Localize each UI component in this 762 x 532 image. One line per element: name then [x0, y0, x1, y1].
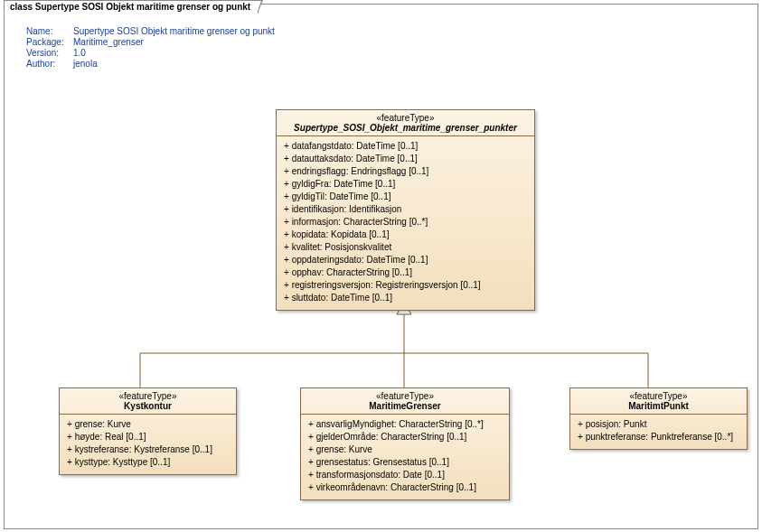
- attr: punktreferanse: Punktreferanse [0..*]: [578, 431, 739, 443]
- class-supertype: «featureType» Supertype_SOSI_Objekt_mari…: [276, 109, 535, 311]
- class-maritimegrenser-body: ansvarligMyndighet: CharacterString [0..…: [301, 415, 509, 499]
- attr: informasjon: CharacterString [0..*]: [284, 216, 527, 229]
- attr: gyldigTil: DateTime [0..1]: [284, 191, 527, 203]
- class-maritimtpunkt-stereotype: «featureType»: [576, 391, 741, 401]
- class-maritimegrenser-header: «featureType» MaritimeGrenser: [301, 388, 509, 415]
- attr: identifikasjon: Identifikasjon: [284, 203, 527, 216]
- class-maritimtpunkt: «featureType» MaritimtPunkt posisjon: Pu…: [569, 387, 748, 450]
- attr: kysttype: Kysttype [0..1]: [67, 456, 229, 469]
- attr: endringsflagg: Endringsflagg [0..1]: [284, 165, 527, 178]
- attr: høyde: Real [0..1]: [67, 431, 229, 443]
- diagram-title-tab: class Supertype SOSI Objekt maritime gre…: [4, 0, 259, 14]
- attr: opphav: CharacterString [0..1]: [284, 266, 527, 279]
- class-kystkontur-name: Kystkontur: [124, 401, 172, 411]
- class-maritimegrenser-stereotype: «featureType»: [306, 391, 503, 401]
- class-supertype-header: «featureType» Supertype_SOSI_Objekt_mari…: [277, 110, 534, 136]
- attr: registreringsversjon: Registreringsversj…: [284, 279, 527, 292]
- class-maritimegrenser: «featureType» MaritimeGrenser ansvarligM…: [300, 387, 510, 500]
- attr: kvalitet: Posisjonskvalitet: [284, 241, 527, 254]
- class-kystkontur-body: grense: Kurve høyde: Real [0..1] kystref…: [60, 415, 236, 474]
- class-supertype-name: Supertype_SOSI_Objekt_maritime_grenser_p…: [294, 123, 517, 133]
- attr: posisjon: Punkt: [578, 418, 739, 431]
- class-supertype-stereotype: «featureType»: [282, 113, 529, 123]
- class-kystkontur-header: «featureType» Kystkontur: [60, 388, 236, 415]
- attr: gyldigFra: DateTime [0..1]: [284, 178, 527, 191]
- attr: grensestatus: Grensestatus [0..1]: [308, 456, 502, 469]
- attr: datauttaksdato: DateTime [0..1]: [284, 153, 527, 165]
- attr: grense: Kurve: [67, 418, 229, 431]
- class-kystkontur: «featureType» Kystkontur grense: Kurve h…: [59, 387, 237, 475]
- class-maritimtpunkt-body: posisjon: Punkt punktreferanse: Punktref…: [570, 415, 747, 449]
- attr: kystreferanse: Kystreferanse [0..1]: [67, 443, 229, 456]
- attr: gjelderOmråde: CharacterString [0..1]: [308, 431, 502, 443]
- attr: virkeområdenavn: CharacterString [0..1]: [308, 481, 502, 494]
- attr: datafangstdato: DateTime [0..1]: [284, 140, 527, 153]
- attr: ansvarligMyndighet: CharacterString [0..…: [308, 418, 502, 431]
- class-kystkontur-stereotype: «featureType»: [65, 391, 230, 401]
- attr: oppdateringsdato: DateTime [0..1]: [284, 254, 527, 266]
- class-maritimegrenser-name: MaritimeGrenser: [369, 401, 440, 411]
- class-supertype-body: datafangstdato: DateTime [0..1] datautta…: [277, 136, 534, 310]
- class-maritimtpunkt-name: MaritimtPunkt: [628, 401, 689, 411]
- attr: kopidata: Kopidata [0..1]: [284, 229, 527, 241]
- diagram-frame: class Supertype SOSI Objekt maritime gre…: [4, 4, 758, 529]
- attr: grense: Kurve: [308, 443, 502, 456]
- attr: sluttdato: DateTime [0..1]: [284, 292, 527, 304]
- class-maritimtpunkt-header: «featureType» MaritimtPunkt: [570, 388, 747, 415]
- diagram-title: class Supertype SOSI Objekt maritime gre…: [10, 2, 250, 12]
- attr: transformasjonsdato: Date [0..1]: [308, 469, 502, 481]
